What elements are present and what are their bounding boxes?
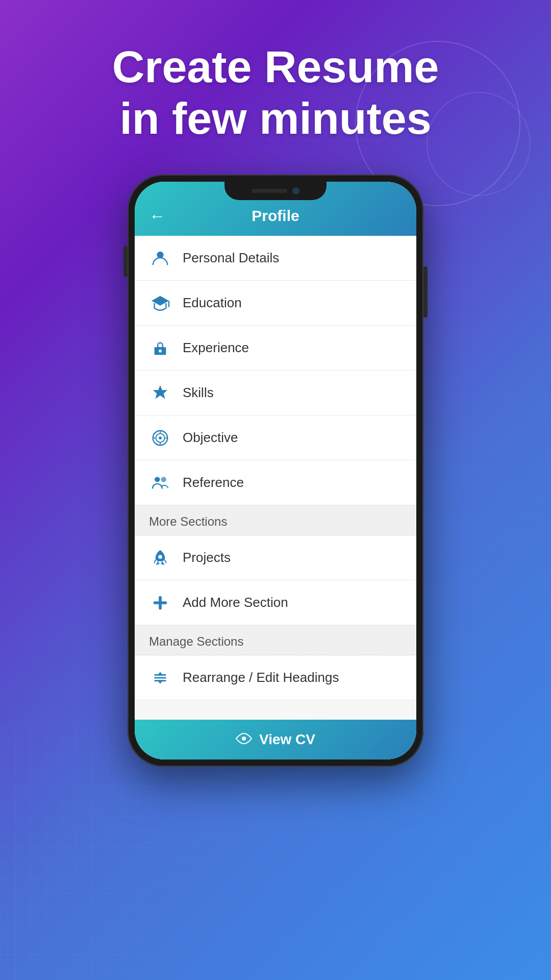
experience-icon [149, 337, 171, 359]
svg-point-15 [158, 555, 162, 559]
menu-label-add-more: Add More Section [183, 595, 288, 610]
notch-camera [292, 187, 299, 194]
notch-speaker [252, 189, 287, 193]
menu-label-education: Education [183, 295, 242, 311]
skills-icon [149, 382, 171, 404]
bottom-bar[interactable]: View CV [135, 720, 416, 760]
menu-item-personal-details[interactable]: Personal Details [135, 236, 416, 281]
phone-outer: ← Profile Personal Details [128, 175, 423, 767]
rearrange-icon [149, 667, 171, 689]
more-sections-header: More Sections [135, 505, 416, 535]
rocket-icon [149, 547, 171, 569]
education-icon [149, 292, 171, 314]
back-button[interactable]: ← [149, 207, 165, 226]
menu-item-experience[interactable]: Experience [135, 326, 416, 371]
header-title: Profile [252, 207, 299, 225]
menu-label-skills: Skills [183, 385, 214, 401]
svg-point-8 [159, 436, 162, 439]
hero-title: Create Resume in few minutes [112, 41, 439, 144]
menu-item-rearrange[interactable]: Rearrange / Edit Headings [135, 655, 416, 700]
menu-label-reference: Reference [183, 475, 244, 491]
svg-point-21 [242, 737, 246, 741]
phone-screen: ← Profile Personal Details [135, 182, 416, 760]
menu-label-objective: Objective [183, 430, 238, 446]
person-icon [149, 247, 171, 270]
menu-list: Personal Details Education [135, 236, 416, 720]
menu-item-objective[interactable]: Objective [135, 415, 416, 460]
phone-frame: ← Profile Personal Details [128, 175, 423, 767]
hero-section: Create Resume in few minutes [82, 0, 470, 169]
svg-point-5 [159, 350, 162, 353]
svg-rect-17 [154, 601, 167, 604]
manage-sections-header: Manage Sections [135, 625, 416, 655]
svg-point-14 [161, 477, 166, 482]
plus-icon [149, 592, 171, 614]
phone-notch [224, 182, 327, 200]
menu-label-projects: Projects [183, 550, 231, 566]
menu-label-experience: Experience [183, 340, 249, 356]
view-cv-label: View CV [259, 731, 315, 748]
objective-icon [149, 427, 171, 449]
eye-icon [236, 731, 252, 748]
menu-label-rearrange: Rearrange / Edit Headings [183, 670, 339, 685]
reference-icon [149, 472, 171, 494]
menu-item-projects[interactable]: Projects [135, 535, 416, 580]
menu-item-education[interactable]: Education [135, 281, 416, 326]
menu-item-add-more[interactable]: Add More Section [135, 580, 416, 625]
menu-label-personal-details: Personal Details [183, 250, 279, 266]
menu-item-reference[interactable]: Reference [135, 460, 416, 505]
svg-point-13 [155, 477, 160, 482]
menu-item-skills[interactable]: Skills [135, 371, 416, 415]
